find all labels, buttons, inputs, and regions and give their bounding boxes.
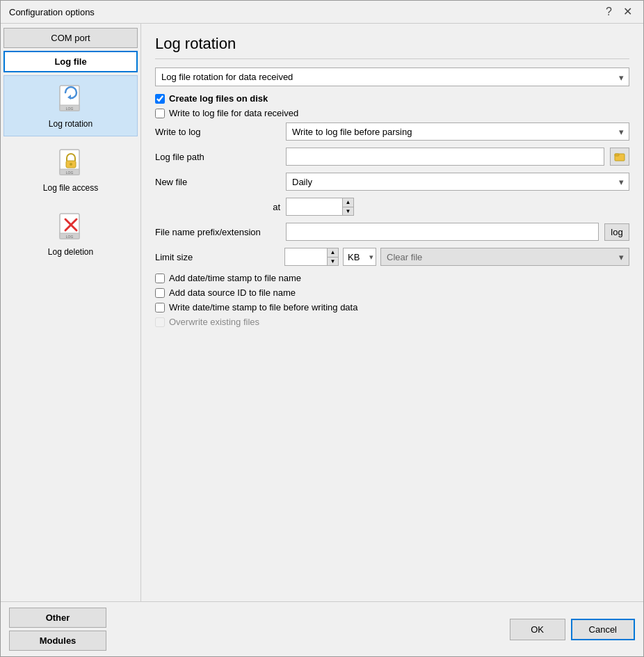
rotation-select-wrapper: Log file rotation for data received (155, 68, 629, 86)
sidebar-tab-log-file[interactable]: Log file (3, 51, 138, 72)
create-log-files-checkbox[interactable] (155, 94, 165, 104)
file-prefix-input[interactable]: data (286, 223, 599, 241)
log-file-path-input[interactable]: C:\Logs\ (286, 148, 604, 166)
limit-size-spinner: 0 ▲ ▼ (284, 248, 339, 266)
write-datetime-stamp-label[interactable]: Write date/time stamp to file before wri… (169, 302, 357, 312)
add-datasource-id-row: Add data source ID to file name (155, 287, 629, 298)
write-for-data-label[interactable]: Write to log file for data received (169, 108, 298, 118)
at-time-row: at 0:00:00 ▲ ▼ (155, 198, 629, 216)
sidebar-item-log-deletion-label: Log deletion (48, 247, 93, 257)
configuration-dialog: Configuration options ? ✕ COM port Log f… (0, 0, 644, 657)
log-deletion-icon: LOG (54, 211, 88, 244)
log-access-icon: LOG (54, 147, 88, 180)
time-spinner-btns: ▲ ▼ (342, 198, 353, 215)
write-to-log-select-wrapper: Write to log file before parsing Write t… (286, 122, 629, 141)
add-datasource-id-label[interactable]: Add data source ID to file name (169, 287, 296, 298)
limit-size-decrement-btn[interactable]: ▼ (327, 257, 338, 266)
clear-file-select[interactable]: Clear file Delete file (380, 248, 629, 266)
sidebar-item-log-rotation[interactable]: LOG Log rotation (3, 75, 138, 136)
file-name-row: File name prefix/extension data log (155, 223, 629, 241)
log-file-path-label: Log file path (155, 152, 280, 162)
limit-size-increment-btn[interactable]: ▲ (327, 248, 338, 257)
new-file-select[interactable]: Daily Hourly Weekly Monthly (286, 173, 629, 191)
main-content: Log rotation Log file rotation for data … (141, 24, 643, 601)
write-to-log-label: Write to log (155, 127, 280, 137)
create-log-files-label[interactable]: Create log files on disk (169, 93, 268, 104)
help-button[interactable]: ? (603, 6, 615, 17)
sidebar-item-log-rotation-label: Log rotation (49, 119, 92, 129)
overwrite-existing-row: Overwrite existing files (155, 317, 629, 327)
title-bar-left: Configuration options (9, 7, 95, 17)
sidebar: COM port Log file LOG (1, 24, 141, 601)
limit-size-spinner-btns: ▲ ▼ (327, 248, 338, 265)
write-to-log-row: Write to log Write to log file before pa… (155, 122, 629, 141)
new-file-label: New file (155, 177, 280, 187)
time-decrement-btn[interactable]: ▼ (342, 207, 353, 216)
svg-text:LOG: LOG (65, 235, 73, 239)
log-file-path-row: Log file path C:\Logs\ (155, 148, 629, 166)
limit-size-input[interactable]: 0 (285, 248, 327, 265)
add-datasource-id-checkbox[interactable] (155, 288, 165, 298)
sidebar-tab-com-port[interactable]: COM port (3, 28, 138, 48)
svg-text:LOG: LOG (65, 106, 73, 111)
sidebar-item-log-access-label: Log file access (43, 183, 98, 193)
bottom-left-buttons: Other Modules (9, 608, 106, 651)
dialog-body: COM port Log file LOG (1, 24, 643, 601)
add-datetime-stamp-checkbox[interactable] (155, 274, 165, 283)
new-file-row: New file Daily Hourly Weekly Monthly (155, 173, 629, 191)
rotation-dropdown-group: Log file rotation for data received (155, 68, 629, 86)
browse-folder-button[interactable] (610, 148, 629, 166)
time-input[interactable]: 0:00:00 (287, 198, 342, 215)
sidebar-item-log-deletion[interactable]: LOG Log deletion (3, 203, 138, 264)
size-unit-wrapper: KB MB GB (343, 248, 376, 266)
write-datetime-stamp-row: Write date/time stamp to file before wri… (155, 302, 629, 312)
cancel-button[interactable]: Cancel (571, 619, 635, 640)
sidebar-item-log-file-access[interactable]: LOG Log file access (3, 139, 138, 200)
limit-size-label: Limit size (155, 252, 280, 262)
time-spinner: 0:00:00 ▲ ▼ (286, 198, 354, 216)
title-bar: Configuration options ? ✕ (1, 1, 643, 24)
clear-file-wrapper: Clear file Delete file (380, 248, 629, 266)
file-name-label: File name prefix/extension (155, 227, 280, 237)
create-log-files-row: Create log files on disk (155, 93, 629, 104)
size-unit-select[interactable]: KB MB GB (343, 248, 376, 266)
add-datetime-stamp-row: Add date/time stamp to file name (155, 273, 629, 283)
overwrite-existing-label: Overwrite existing files (169, 317, 259, 327)
svg-rect-15 (615, 154, 619, 156)
rotation-select[interactable]: Log file rotation for data received (155, 68, 629, 86)
dialog-title: Configuration options (9, 7, 95, 17)
close-button[interactable]: ✕ (620, 6, 635, 17)
file-extension-value: log (604, 223, 629, 241)
log-rotation-icon: LOG (54, 83, 88, 116)
add-datetime-stamp-label[interactable]: Add date/time stamp to file name (169, 273, 301, 283)
at-label: at (155, 202, 280, 212)
new-file-select-wrapper: Daily Hourly Weekly Monthly (286, 173, 629, 191)
title-controls: ? ✕ (603, 6, 635, 17)
time-increment-btn[interactable]: ▲ (342, 198, 353, 207)
svg-text:LOG: LOG (65, 171, 73, 175)
bottom-buttons: Other Modules OK Cancel (1, 601, 643, 656)
svg-point-8 (70, 163, 72, 166)
limit-size-row: Limit size 0 ▲ ▼ KB MB GB (155, 248, 629, 266)
write-to-log-select[interactable]: Write to log file before parsing Write t… (286, 122, 629, 141)
ok-button[interactable]: OK (510, 619, 565, 640)
dialog-actions: OK Cancel (510, 619, 635, 640)
other-button[interactable]: Other (9, 608, 106, 628)
write-for-data-row: Write to log file for data received (155, 108, 629, 118)
write-for-data-checkbox[interactable] (155, 109, 165, 118)
write-datetime-stamp-checkbox[interactable] (155, 303, 165, 312)
overwrite-existing-checkbox[interactable] (155, 317, 165, 327)
page-title: Log rotation (155, 35, 629, 59)
modules-button[interactable]: Modules (9, 631, 106, 651)
